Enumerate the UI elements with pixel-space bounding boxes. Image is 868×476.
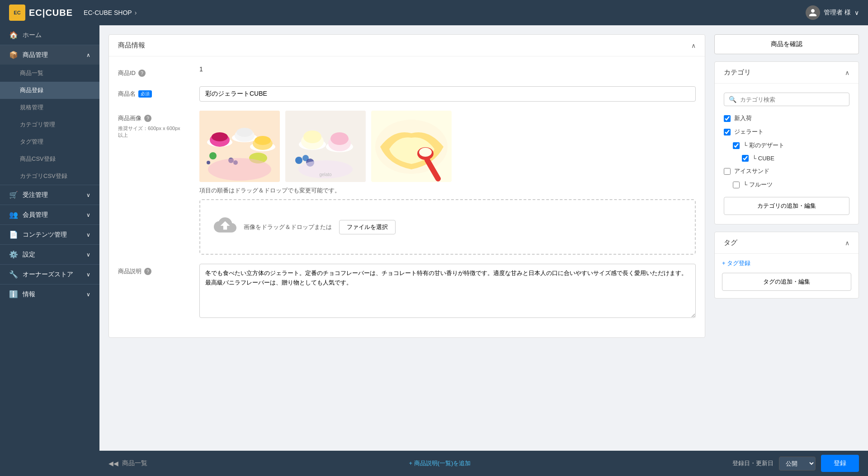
form-row-product-name: 商品名 必須 xyxy=(118,86,696,102)
chevron-down-icon-6: ∨ xyxy=(86,291,90,298)
product-image-3[interactable] xyxy=(371,111,452,182)
product-image-2[interactable]: gelato xyxy=(285,111,366,182)
description-field: 冬でも食べたい立方体のジェラート。定番のチョコフレーバーは、チョコレート特有の甘… xyxy=(199,264,696,319)
product-image-label: 商品画像 ? 推奨サイズ：600px x 600px以上 xyxy=(118,111,190,255)
tag-register[interactable]: + タグ登録 xyxy=(715,254,859,273)
sidebar-item-product-csv[interactable]: 商品CSV登録 xyxy=(0,150,99,168)
sidebar: 🏠 ホーム 📦 商品管理 ∧ 商品一覧 商品登録 規格管理 カテゴリ管理 タグ管… xyxy=(0,25,99,476)
sidebar-item-product-list[interactable]: 商品一覧 xyxy=(0,65,99,82)
chevron-down-icon: ∨ xyxy=(86,192,90,198)
product-info-header: 商品情報 ∧ xyxy=(109,35,705,56)
svg-point-10 xyxy=(209,152,217,159)
sidebar-item-product-mgmt[interactable]: 📦 商品管理 ∧ xyxy=(0,45,99,65)
add-desc-link[interactable]: + 商品説明(一覧)を追加 xyxy=(409,459,471,467)
category-add-button[interactable]: カテゴリの追加・編集 xyxy=(724,197,849,215)
svg-text:gelato: gelato xyxy=(319,172,332,177)
tag-card: タグ ∧ + タグ登録 タグの追加・編集 xyxy=(714,232,859,299)
required-badge: 必須 xyxy=(138,90,152,98)
product-image-1[interactable] xyxy=(199,111,280,182)
collapse-icon[interactable]: ∧ xyxy=(691,42,696,49)
sidebar-item-content-mgmt[interactable]: 📄 コンテンツ管理 ∨ xyxy=(0,225,99,244)
svg-point-15 xyxy=(208,158,271,181)
description-help-icon[interactable]: ? xyxy=(144,268,151,275)
category-body: 🔍 新入荷 ジェラート xyxy=(715,84,859,224)
category-mgmt-label: カテゴリ管理 xyxy=(20,121,55,129)
category-item-cube[interactable]: └ CUBE xyxy=(724,152,849,164)
sidebar-item-tag-mgmt[interactable]: タグ管理 xyxy=(0,133,99,150)
category-collapse-icon[interactable]: ∧ xyxy=(845,69,849,76)
user-chevron: ∨ xyxy=(854,9,859,16)
user-name: 管理者 様 xyxy=(824,9,851,17)
category-header: カテゴリ ∧ xyxy=(715,62,859,84)
category-checkbox-fruits[interactable] xyxy=(733,182,740,188)
bottom-bar: ◀◀ 商品一覧 + 商品説明(一覧)を追加 登録日・更新日 公開 非公開 登録 xyxy=(99,451,868,476)
register-button[interactable]: 登録 xyxy=(821,455,859,472)
shop-chevron: › xyxy=(135,9,137,16)
tag-body: + タグ登録 タグの追加・編集 xyxy=(715,254,859,298)
sidebar-item-member-mgmt[interactable]: 👥 会員管理 ∨ xyxy=(0,205,99,224)
product-name-field xyxy=(199,86,696,102)
category-title: カテゴリ xyxy=(724,68,751,77)
sidebar-item-order-mgmt[interactable]: 🛒 受注管理 ∨ xyxy=(0,185,99,205)
category-item-colored-dessert[interactable]: └ 彩のデザート xyxy=(724,139,849,152)
sidebar-label-info: 情報 xyxy=(23,290,35,299)
description-textarea[interactable]: 冬でも食べたい立方体のジェラート。定番のチョコフレーバーは、チョコレート特有の甘… xyxy=(199,264,696,318)
product-name-input[interactable] xyxy=(199,86,696,102)
svg-point-9 xyxy=(255,136,271,145)
back-arrow-icon: ◀◀ xyxy=(108,460,118,467)
sidebar-item-home[interactable]: 🏠 ホーム xyxy=(0,25,99,45)
sidebar-item-info[interactable]: ℹ️ 情報 ∨ xyxy=(0,285,99,304)
sidebar-item-category-csv[interactable]: カテゴリCSV登録 xyxy=(0,168,99,185)
file-select-button[interactable]: ファイルを選択 xyxy=(339,220,396,234)
category-checkbox-colored-dessert[interactable] xyxy=(733,142,740,149)
sidebar-item-product-register[interactable]: 商品登録 xyxy=(0,82,99,99)
category-search-input[interactable] xyxy=(740,96,844,103)
tag-mgmt-label: タグ管理 xyxy=(20,138,43,146)
category-checkbox-new-arrival[interactable] xyxy=(724,115,731,122)
upload-area[interactable]: 画像をドラッグ＆ドロップまたは ファイルを選択 xyxy=(199,199,696,255)
tag-title: タグ xyxy=(724,238,737,247)
header-shop[interactable]: EC-CUBE SHOP › xyxy=(84,9,137,16)
sidebar-item-settings[interactable]: ⚙️ 設定 ∨ xyxy=(0,245,99,264)
upload-icon xyxy=(214,214,236,240)
svg-point-13 xyxy=(207,161,210,164)
back-link[interactable]: ◀◀ 商品一覧 xyxy=(108,459,147,467)
publish-select[interactable]: 公開 非公開 xyxy=(779,457,816,471)
back-label: 商品一覧 xyxy=(122,459,147,467)
product-csv-label: 商品CSV登録 xyxy=(20,155,56,163)
form-row-product-image: 商品画像 ? 推奨サイズ：600px x 600px以上 xyxy=(118,111,696,255)
dnd-note: 項目の順番はドラッグ＆ドロップでも変更可能です。 xyxy=(199,187,696,195)
sidebar-item-category-mgmt[interactable]: カテゴリ管理 xyxy=(0,116,99,133)
category-item-ice-sand[interactable]: アイスサンド xyxy=(724,164,849,178)
logo-icon: EC xyxy=(9,5,25,21)
category-checkbox-ice-sand[interactable] xyxy=(724,168,731,175)
category-item-fruits[interactable]: └ フルーツ xyxy=(724,178,849,191)
product-id-help-icon[interactable]: ? xyxy=(138,70,146,77)
home-icon: 🏠 xyxy=(9,31,18,39)
category-label-fruits: └ フルーツ xyxy=(743,181,773,189)
category-item-new-arrival[interactable]: 新入荷 xyxy=(724,112,849,125)
category-label-new-arrival: 新入荷 xyxy=(734,114,752,122)
confirm-button[interactable]: 商品を確認 xyxy=(714,34,859,54)
product-image-help-icon[interactable]: ? xyxy=(144,115,151,122)
sidebar-item-owner-store[interactable]: 🔧 オーナーズストア ∨ xyxy=(0,265,99,284)
category-item-gelato[interactable]: ジェラート xyxy=(724,125,849,139)
image-grid: gelato xyxy=(199,111,696,182)
svg-point-6 xyxy=(236,128,253,137)
svg-point-22 xyxy=(330,132,349,145)
logo: EC EC|CUBE xyxy=(9,5,73,21)
tag-collapse-icon[interactable]: ∧ xyxy=(845,239,849,247)
category-checkbox-cube[interactable] xyxy=(742,155,749,162)
order-icon: 🛒 xyxy=(9,191,18,199)
tag-add-button[interactable]: タグの追加・編集 xyxy=(722,273,851,291)
description-label: 商品説明 ? xyxy=(118,264,190,319)
category-checkbox-gelato[interactable] xyxy=(724,129,731,135)
right-panel: 商品を確認 カテゴリ ∧ 🔍 xyxy=(714,34,859,338)
product-name-label: 商品名 必須 xyxy=(118,86,190,102)
category-card: カテゴリ ∧ 🔍 新入荷 xyxy=(714,61,859,224)
sidebar-item-spec-mgmt[interactable]: 規格管理 xyxy=(0,99,99,116)
content-icon: 📄 xyxy=(9,230,18,239)
product-id-label: 商品ID ? xyxy=(118,65,190,77)
product-id-value: 1 xyxy=(199,65,696,77)
sidebar-label-owner-store: オーナーズストア xyxy=(23,271,73,279)
